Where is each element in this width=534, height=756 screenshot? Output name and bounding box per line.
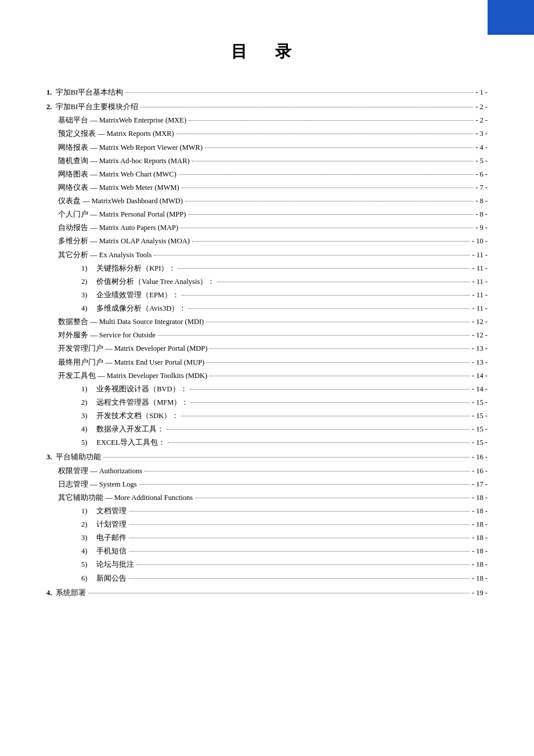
toc-dots bbox=[188, 214, 473, 215]
toc-row: 2) 价值树分析（Value Tree Analysis）：- 11 - bbox=[46, 275, 488, 289]
toc-page: - 9 - bbox=[475, 221, 488, 235]
toc-label: 3) 开发技术文档（SDK）： bbox=[81, 409, 179, 423]
toc-container: 1. 宇加BI平台基本结构- 1 -2. 宇加BI平台主要模块介绍- 2 -基础… bbox=[46, 86, 488, 600]
toc-page: - 11 - bbox=[472, 262, 488, 275]
toc-label: 4. 系统部署 bbox=[46, 586, 86, 600]
toc-label: 最终用户门户 — Matrix End User Portal (MUP) bbox=[58, 356, 204, 369]
toc-label: 开发管理门户 — Matrix Developer Portal (MDP) bbox=[58, 342, 207, 355]
toc-label: 1) 业务视图设计器（BVD）： bbox=[81, 383, 187, 396]
toc-label: 随机查询 — Matrix Ad-hoc Reports (MAR) bbox=[58, 154, 190, 168]
toc-page: - 18 - bbox=[472, 572, 488, 585]
toc-label: 数据整合 — Multi Data Source Integrator (MDI… bbox=[58, 315, 204, 329]
toc-page: - 15 - bbox=[472, 409, 488, 423]
toc-row: 1) 文档管理- 18 - bbox=[46, 505, 488, 518]
toc-label: 2) 计划管理 bbox=[81, 518, 127, 531]
toc-dots bbox=[207, 362, 470, 363]
toc-row: 3) 开发技术文档（SDK）：- 15 - bbox=[46, 409, 488, 423]
toc-page: - 5 - bbox=[475, 154, 488, 168]
toc-page: - 11 - bbox=[472, 289, 488, 302]
toc-page: - 18 - bbox=[472, 518, 488, 531]
toc-row: 个人门户 — Matrix Personal Portal (MPP)- 8 - bbox=[46, 208, 488, 221]
toc-label: 3) 企业绩效管理（EPM）： bbox=[81, 289, 179, 302]
toc-row: 开发管理门户 — Matrix Developer Portal (MDP)- … bbox=[46, 342, 488, 355]
toc-dots bbox=[168, 442, 470, 443]
toc-page: - 15 - bbox=[472, 423, 488, 436]
toc-label: 权限管理 — Authorizations bbox=[58, 465, 142, 478]
toc-row: 其它辅助功能 — More Additional Functions- 18 - bbox=[46, 491, 488, 505]
toc-page: - 4 - bbox=[475, 141, 488, 154]
toc-dots bbox=[129, 538, 470, 538]
toc-label: 多维分析 — Matrix OLAP Analysis (MOA) bbox=[58, 235, 190, 248]
toc-row: 4. 系统部署- 19 - bbox=[46, 586, 488, 600]
toc-label: 2. 宇加BI平台主要模块介绍 bbox=[46, 100, 138, 114]
toc-page: - 18 - bbox=[472, 491, 488, 505]
toc-dots bbox=[178, 268, 470, 269]
toc-page: - 12 - bbox=[472, 329, 488, 342]
toc-label: 网络报表 — Matrix Web Report Viewer (MWR) bbox=[58, 141, 203, 154]
toc-dots bbox=[189, 308, 470, 309]
toc-dots bbox=[189, 120, 473, 121]
toc-page: - 10 - bbox=[472, 235, 488, 248]
toc-row: 网络报表 — Matrix Web Report Viewer (MWR)- 4… bbox=[46, 141, 488, 154]
toc-dots bbox=[195, 498, 470, 498]
toc-row: 自动报告 — Matrix Auto Papers (MAP)- 9 - bbox=[46, 221, 488, 235]
toc-dots bbox=[136, 564, 470, 565]
toc-dots bbox=[145, 471, 470, 471]
toc-dots bbox=[192, 161, 474, 161]
toc-label: 4) 多维成像分析（Avis3D）： bbox=[81, 302, 186, 315]
toc-dots bbox=[190, 389, 470, 390]
toc-label: 3. 平台辅助功能 bbox=[46, 451, 101, 464]
toc-row: 2) 计划管理- 18 - bbox=[46, 518, 488, 531]
toc-label: 4) 手机短信 bbox=[81, 545, 127, 558]
toc-page: - 13 - bbox=[472, 356, 488, 369]
toc-page: - 11 - bbox=[472, 249, 488, 262]
toc-page: - 14 - bbox=[472, 383, 488, 396]
toc-page: - 2 - bbox=[475, 100, 488, 114]
toc-label: 开发工具包 — Matrix Developer Toolkits (MDK) bbox=[58, 369, 207, 383]
toc-page: - 13 - bbox=[472, 342, 488, 355]
toc-dots bbox=[185, 201, 473, 201]
toc-dots bbox=[154, 255, 470, 255]
toc-page: - 3 - bbox=[475, 127, 488, 141]
toc-page: - 14 - bbox=[472, 369, 488, 383]
toc-label: 预定义报表 — Matrix Reports (MXR) bbox=[58, 127, 174, 141]
toc-dots bbox=[182, 295, 470, 296]
toc-dots bbox=[176, 134, 473, 134]
toc-row: 6) 新闻公告- 18 - bbox=[46, 572, 488, 585]
toc-dots bbox=[191, 402, 469, 403]
toc-label: 1) 关键指标分析（KPI）： bbox=[81, 262, 176, 275]
toc-dots bbox=[192, 241, 470, 242]
toc-row: 预定义报表 — Matrix Reports (MXR)- 3 - bbox=[46, 127, 488, 141]
toc-row: 最终用户门户 — Matrix End User Portal (MUP)- 1… bbox=[46, 356, 488, 369]
toc-dots bbox=[210, 376, 470, 376]
toc-row: 4) 多维成像分析（Avis3D）：- 11 - bbox=[46, 302, 488, 315]
toc-page: - 11 - bbox=[472, 275, 488, 289]
toc-label: 网络图表 — Matrix Web Chart (MWC) bbox=[58, 168, 176, 181]
toc-label: 3) 电子邮件 bbox=[81, 531, 127, 545]
toc-row: 2) 远程文件管理器（MFM）：- 15 - bbox=[46, 396, 488, 409]
toc-page: - 7 - bbox=[475, 181, 488, 195]
toc-page: - 6 - bbox=[475, 168, 488, 181]
toc-label: 基础平台 — MatrixWeb Enterprise (MXE) bbox=[58, 114, 186, 127]
toc-dots bbox=[139, 484, 470, 485]
toc-label: 6) 新闻公告 bbox=[81, 572, 127, 585]
toc-page: - 15 - bbox=[472, 396, 488, 409]
toc-page: - 16 - bbox=[472, 451, 488, 464]
toc-row: 3) 企业绩效管理（EPM）：- 11 - bbox=[46, 289, 488, 302]
toc-row: 随机查询 — Matrix Ad-hoc Reports (MAR)- 5 - bbox=[46, 154, 488, 168]
toc-page: - 8 - bbox=[475, 208, 488, 221]
toc-row: 多维分析 — Matrix OLAP Analysis (MOA)- 10 - bbox=[46, 235, 488, 248]
toc-dots bbox=[167, 429, 470, 430]
toc-page: - 16 - bbox=[472, 465, 488, 478]
toc-page: - 18 - bbox=[472, 505, 488, 518]
toc-label: 个人门户 — Matrix Personal Portal (MPP) bbox=[58, 208, 186, 221]
toc-label: 5) 论坛与批注 bbox=[81, 558, 134, 571]
toc-label: 2) 远程文件管理器（MFM）： bbox=[81, 396, 189, 409]
toc-page: - 15 - bbox=[472, 436, 488, 449]
toc-label: 对外服务 — Service for Outside bbox=[58, 329, 156, 342]
toc-dots bbox=[129, 524, 470, 525]
toc-label: 1. 宇加BI平台基本结构 bbox=[46, 86, 123, 99]
toc-page: - 19 - bbox=[472, 586, 488, 600]
toc-row: 1) 业务视图设计器（BVD）：- 14 - bbox=[46, 383, 488, 396]
toc-dots bbox=[103, 457, 470, 458]
